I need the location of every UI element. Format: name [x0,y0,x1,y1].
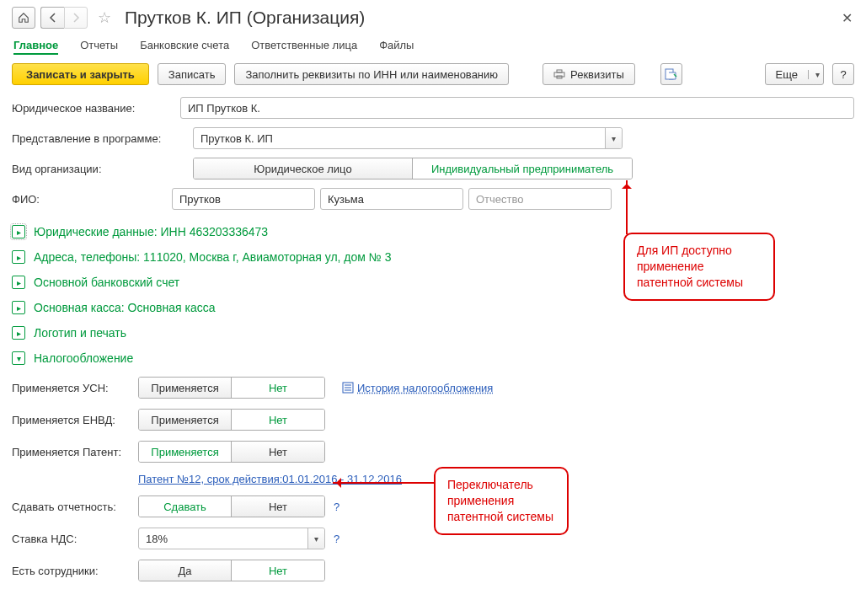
tab-reports[interactable]: Отчеты [80,37,118,55]
expand-cash-icon[interactable]: ▸ [12,301,25,314]
annotation-arrow-1 [626,180,628,234]
representation-dropdown-icon[interactable]: ▾ [605,128,622,148]
page-title: Прутков К. ИП (Организация) [125,8,365,28]
expand-bank-icon[interactable]: ▸ [12,276,25,289]
nav-back-button[interactable] [40,7,64,29]
tab-files[interactable]: Файлы [379,37,414,55]
representation-input[interactable] [193,127,623,149]
expand-addresses-icon[interactable]: ▸ [12,250,25,264]
favorite-star-icon[interactable]: ☆ [93,8,116,27]
org-type-segmented: Юридическое лицо Индивидуальный предприн… [193,158,633,179]
annotation-callout-2: Переключатель применения патентной систе… [434,467,569,535]
patent-label: Применяется Патент: [12,446,138,458]
employees-yes[interactable]: Да [139,560,232,581]
section-logo[interactable]: Логотип и печать [34,326,126,340]
patent-segmented: Применяется Нет [138,441,325,463]
name-input[interactable] [320,188,463,210]
svg-rect-1 [557,70,562,72]
expand-logo-icon[interactable]: ▸ [12,326,25,340]
nav-forward-button [64,7,88,29]
envd-no[interactable]: Нет [232,410,324,430]
nds-label: Ставка НДС: [12,533,138,545]
envd-label: Применяется ЕНВД: [12,414,138,426]
tab-bank-accounts[interactable]: Банковские счета [140,37,229,55]
tab-bar: Главное Отчеты Банковские счета Ответств… [12,37,854,55]
section-bank[interactable]: Основной банковский счет [34,276,179,289]
report-segmented: Сдавать Нет [138,495,325,517]
usn-no[interactable]: Нет [232,378,324,398]
printer-icon [553,69,565,79]
nds-dropdown-icon[interactable]: ▾ [307,528,324,549]
annotation-arrow-2 [333,482,436,484]
employees-label: Есть сотрудники: [12,565,138,577]
legal-name-label: Юридическое название: [12,102,180,115]
document-icon [665,68,678,80]
report-label: Сдавать отчетность: [12,501,138,513]
usn-segmented: Применяется Нет [138,377,325,399]
representation-label: Представление в программе: [12,132,193,145]
expand-legal-data-icon[interactable]: ▸ [12,225,25,238]
report-submit[interactable]: Сдавать [139,496,232,517]
fio-label: ФИО: [12,193,172,206]
employees-segmented: Да Нет [138,560,325,581]
template-button[interactable] [660,63,682,85]
tab-responsible[interactable]: Ответственные лица [251,37,357,55]
employees-no[interactable]: Нет [232,560,324,581]
nds-select[interactable] [138,528,325,549]
close-icon[interactable]: ✕ [842,10,853,26]
usn-apply[interactable]: Применяется [139,378,232,398]
section-addresses[interactable]: Адреса, телефоны: 111020, Москва г, Авиа… [34,250,392,264]
envd-segmented: Применяется Нет [138,409,325,431]
seg-individual[interactable]: Индивидуальный предприниматель [413,158,632,179]
section-tax[interactable]: Налогообложение [34,351,133,365]
usn-label: Применяется УСН: [12,382,138,394]
section-legal-data[interactable]: Юридические данные: ИНН 463203336473 [34,225,268,238]
tab-main[interactable]: Главное [13,37,58,55]
report-no[interactable]: Нет [232,496,324,517]
chevron-down-icon: ▾ [808,70,820,79]
org-type-label: Вид организации: [12,163,193,175]
save-button[interactable]: Записать [158,63,227,85]
home-button[interactable] [12,7,35,29]
patent-apply[interactable]: Применяется [139,442,232,462]
surname-input[interactable] [172,188,315,210]
patent-no[interactable]: Нет [232,442,324,462]
section-cash[interactable]: Основная касса: Основная касса [34,301,215,314]
patronymic-input[interactable] [468,188,612,210]
fill-requisites-button[interactable]: Заполнить реквизиты по ИНН или наименова… [234,63,509,85]
tax-history-link[interactable]: История налогообложения [357,382,493,394]
nds-help-icon[interactable]: ? [334,533,339,545]
annotation-callout-1: Для ИП доступно применение патентной сис… [623,233,775,301]
requisites-button[interactable]: Реквизиты [543,63,635,85]
seg-legal-person[interactable]: Юридическое лицо [194,158,413,179]
legal-name-input[interactable] [180,97,854,119]
save-and-close-button[interactable]: Записать и закрыть [12,63,149,85]
more-button[interactable]: Еще ▾ [765,63,824,85]
report-help-icon[interactable]: ? [334,501,339,513]
envd-apply[interactable]: Применяется [139,410,232,430]
history-icon [342,382,354,394]
help-button[interactable]: ? [832,63,854,85]
collapse-tax-icon[interactable]: ▾ [12,351,25,365]
